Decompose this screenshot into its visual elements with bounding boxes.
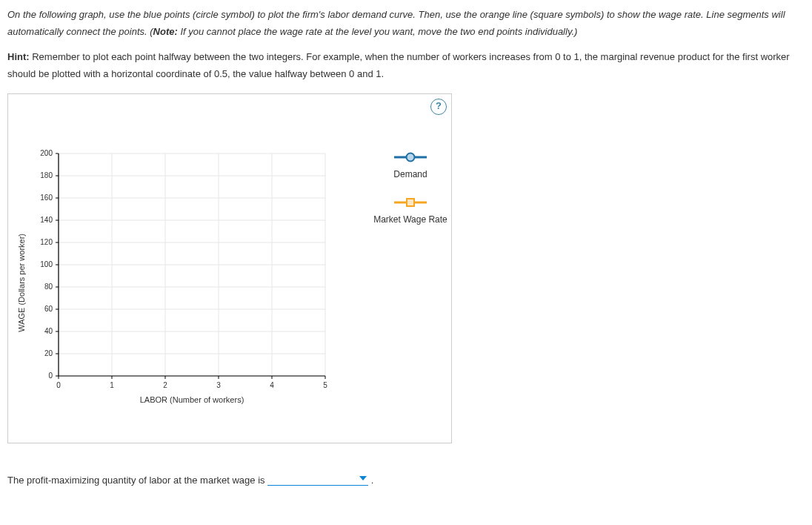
svg-text:80: 80 <box>44 283 53 291</box>
instructions-block: On the following graph, use the blue poi… <box>7 6 805 41</box>
hint-label: Hint: <box>7 51 30 62</box>
instructions-note-bold: Note: <box>153 26 178 37</box>
svg-text:2: 2 <box>163 381 167 389</box>
y-tick-group: 0 20 40 60 80 100 120 140 <box>40 149 59 380</box>
svg-text:20: 20 <box>44 349 53 357</box>
chevron-down-icon <box>359 476 367 481</box>
graph-panel: ? WAGE (Dollars per worker) <box>7 93 452 443</box>
svg-text:180: 180 <box>40 171 53 179</box>
help-button[interactable]: ? <box>430 99 447 115</box>
legend-wage[interactable]: Market Wage Rate <box>370 197 451 225</box>
svg-text:0: 0 <box>48 372 53 380</box>
y-axis-label: WAGE (Dollars per worker) <box>17 234 26 332</box>
svg-text:160: 160 <box>40 194 53 202</box>
question-after: . <box>371 475 374 486</box>
svg-text:120: 120 <box>40 238 53 246</box>
svg-rect-58 <box>407 199 414 206</box>
question-row: The profit-maximizing quantity of labor … <box>7 473 805 486</box>
chart-area[interactable]: WAGE (Dollars per worker) <box>17 146 347 420</box>
svg-text:140: 140 <box>40 216 53 224</box>
svg-text:3: 3 <box>216 381 221 389</box>
circle-icon <box>370 152 451 165</box>
square-icon <box>370 197 451 210</box>
legend-wage-label: Market Wage Rate <box>370 214 451 225</box>
svg-text:4: 4 <box>270 381 274 389</box>
x-tick-group: 0 1 2 3 4 5 <box>56 376 327 389</box>
svg-text:5: 5 <box>323 381 327 389</box>
answer-dropdown[interactable] <box>267 473 368 486</box>
x-axis-label: LABOR (Number of workers) <box>140 395 244 404</box>
chart-svg[interactable]: 0 20 40 60 80 100 120 140 <box>29 146 347 420</box>
hint-text: Remember to plot each point halfway betw… <box>7 51 790 79</box>
svg-text:40: 40 <box>44 327 53 335</box>
legend-demand[interactable]: Demand <box>370 152 451 179</box>
chart-wrap: WAGE (Dollars per worker) <box>8 94 451 443</box>
legend-demand-label: Demand <box>370 169 451 179</box>
svg-text:1: 1 <box>110 381 114 389</box>
question-text: The profit-maximizing quantity of labor … <box>7 475 267 486</box>
svg-text:0: 0 <box>56 381 61 389</box>
svg-text:60: 60 <box>44 305 53 313</box>
hint-block: Hint: Remember to plot each point halfwa… <box>7 48 805 83</box>
svg-text:100: 100 <box>40 260 53 268</box>
svg-point-55 <box>407 153 415 161</box>
svg-text:200: 200 <box>40 149 53 157</box>
legend-panel: Demand Market Wage Rate <box>347 146 451 420</box>
instructions-part2: If you cannot place the wage rate at the… <box>178 26 578 37</box>
